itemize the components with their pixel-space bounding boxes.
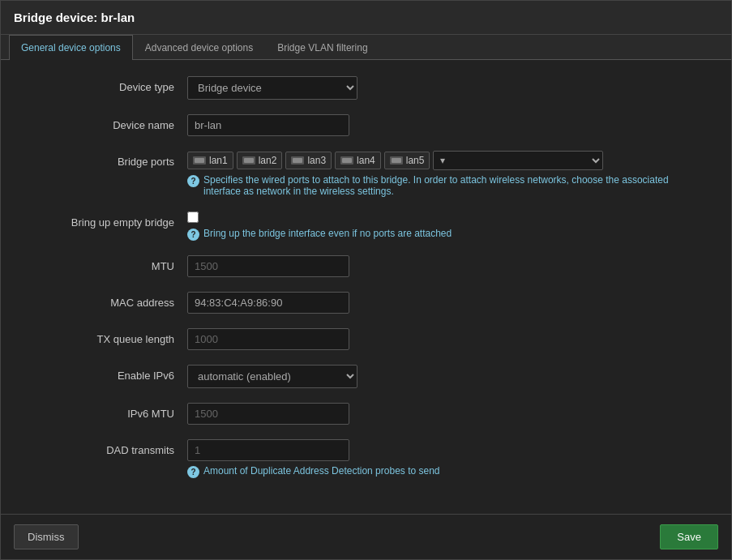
dialog-title: Bridge device: br-lan <box>1 1 731 35</box>
dad-transmits-input[interactable] <box>187 439 349 461</box>
port-label-lan4: lan4 <box>357 155 375 166</box>
bridge-ports-control: lan1 lan2 lan3 lan4 <box>187 151 707 197</box>
mtu-row: MTU <box>25 255 707 277</box>
port-icon-lan2 <box>242 156 255 165</box>
bridge-ports-help: ? Specifies the wired ports to attach to… <box>187 174 707 197</box>
footer: Dismiss Save <box>1 514 731 559</box>
enable-ipv6-control: automatic (enabled) disabled enabled <box>187 365 707 388</box>
dad-transmits-control: ? Amount of Duplicate Address Detection … <box>187 439 707 478</box>
port-tag-lan4[interactable]: lan4 <box>335 152 381 169</box>
dad-transmits-help-icon: ? <box>187 466 199 478</box>
device-type-label: Device type <box>25 76 187 93</box>
port-label-lan1: lan1 <box>209 155 228 166</box>
mac-address-row: MAC address <box>25 292 707 314</box>
mtu-input[interactable] <box>187 255 349 277</box>
port-label-lan2: lan2 <box>259 155 277 166</box>
bridge-ports-tags: lan1 lan2 lan3 lan4 <box>187 151 707 170</box>
port-label-lan3: lan3 <box>307 155 326 166</box>
dad-transmits-row: DAD transmits ? Amount of Duplicate Addr… <box>25 439 707 478</box>
device-name-row: Device name <box>25 114 707 136</box>
tx-queue-control <box>187 328 707 350</box>
port-icon-lan1 <box>193 156 206 165</box>
mac-address-label: MAC address <box>25 292 187 309</box>
form-body: Device type Bridge device Device name Br… <box>1 60 731 509</box>
tab-advanced[interactable]: Advanced device options <box>133 35 265 60</box>
port-label-lan5: lan5 <box>406 155 425 166</box>
bridge-ports-row: Bridge ports lan1 lan2 lan3 <box>25 151 707 197</box>
device-type-select[interactable]: Bridge device <box>187 76 357 100</box>
mtu-label: MTU <box>25 255 187 272</box>
port-icon-lan5 <box>390 156 403 165</box>
bring-up-help-icon: ? <box>187 229 199 241</box>
dialog: Bridge device: br-lan General device opt… <box>0 0 732 560</box>
device-name-control <box>187 114 707 136</box>
device-type-control: Bridge device <box>187 76 707 100</box>
tx-queue-row: TX queue length <box>25 328 707 350</box>
enable-ipv6-label: Enable IPv6 <box>25 365 187 382</box>
ipv6-mtu-label: IPv6 MTU <box>25 403 187 420</box>
tab-bar: General device options Advanced device o… <box>1 35 731 60</box>
port-tag-lan2[interactable]: lan2 <box>237 152 283 169</box>
dad-transmits-help: ? Amount of Duplicate Address Detection … <box>187 465 707 478</box>
bring-up-checkbox[interactable] <box>187 212 199 223</box>
dad-transmits-help-text: Amount of Duplicate Address Detection pr… <box>203 465 440 477</box>
port-icon-lan3 <box>291 156 304 165</box>
bring-up-help-text: Bring up the bridge interface even if no… <box>203 228 452 239</box>
mac-address-input[interactable] <box>187 292 349 314</box>
device-name-input[interactable] <box>187 114 349 136</box>
bridge-ports-label: Bridge ports <box>25 151 187 168</box>
tab-vlan[interactable]: Bridge VLAN filtering <box>265 35 379 60</box>
mac-address-control <box>187 292 707 314</box>
port-tag-lan3[interactable]: lan3 <box>285 152 332 169</box>
port-tag-lan1[interactable]: lan1 <box>187 152 233 169</box>
dismiss-button[interactable]: Dismiss <box>14 524 79 549</box>
tx-queue-label: TX queue length <box>25 328 187 345</box>
ipv6-mtu-row: IPv6 MTU <box>25 403 707 425</box>
save-button[interactable]: Save <box>660 524 718 549</box>
dad-transmits-label: DAD transmits <box>25 439 187 456</box>
bring-up-help: ? Bring up the bridge interface even if … <box>187 228 707 241</box>
bridge-ports-help-icon: ? <box>187 175 199 187</box>
mtu-control <box>187 255 707 277</box>
enable-ipv6-select[interactable]: automatic (enabled) disabled enabled <box>187 365 357 388</box>
bring-up-row: Bring up empty bridge ? Bring up the bri… <box>25 212 707 241</box>
port-icon-lan4 <box>340 156 353 165</box>
bring-up-control: ? Bring up the bridge interface even if … <box>187 212 707 241</box>
tx-queue-input[interactable] <box>187 328 349 350</box>
ipv6-mtu-control <box>187 403 707 425</box>
ports-dropdown[interactable]: ▾ <box>433 151 603 170</box>
port-tag-lan5[interactable]: lan5 <box>384 152 430 169</box>
bring-up-label: Bring up empty bridge <box>25 212 187 229</box>
ipv6-mtu-input[interactable] <box>187 403 349 425</box>
tab-general[interactable]: General device options <box>9 35 133 60</box>
bridge-ports-help-text: Specifies the wired ports to attach to t… <box>203 174 707 197</box>
device-type-row: Device type Bridge device <box>25 76 707 100</box>
enable-ipv6-row: Enable IPv6 automatic (enabled) disabled… <box>25 365 707 388</box>
device-name-label: Device name <box>25 114 187 131</box>
